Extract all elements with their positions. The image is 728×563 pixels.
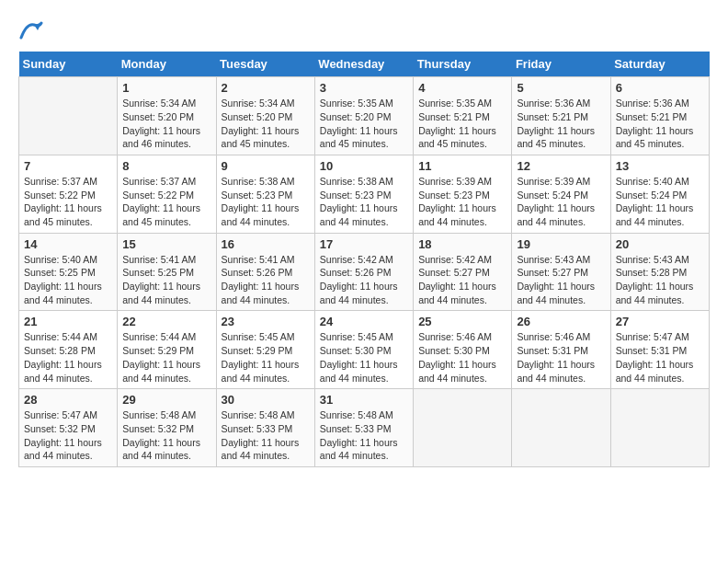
calendar-cell bbox=[19, 77, 118, 155]
weekday-header-cell: Thursday bbox=[414, 52, 512, 77]
weekday-header-cell: Friday bbox=[512, 52, 610, 77]
day-info: Sunrise: 5:48 AM Sunset: 5:32 PM Dayligh… bbox=[122, 408, 210, 463]
day-number: 13 bbox=[616, 159, 704, 173]
calendar-cell: 25Sunrise: 5:46 AM Sunset: 5:30 PM Dayli… bbox=[414, 311, 512, 389]
day-info: Sunrise: 5:37 AM Sunset: 5:22 PM Dayligh… bbox=[24, 175, 112, 229]
day-info: Sunrise: 5:43 AM Sunset: 5:27 PM Dayligh… bbox=[517, 253, 605, 307]
calendar-cell: 21Sunrise: 5:44 AM Sunset: 5:28 PM Dayli… bbox=[19, 311, 118, 389]
calendar-cell: 11Sunrise: 5:39 AM Sunset: 5:23 PM Dayli… bbox=[414, 155, 512, 233]
day-info: Sunrise: 5:34 AM Sunset: 5:20 PM Dayligh… bbox=[222, 97, 310, 151]
day-info: Sunrise: 5:47 AM Sunset: 5:32 PM Dayligh… bbox=[24, 408, 112, 463]
day-info: Sunrise: 5:48 AM Sunset: 5:33 PM Dayligh… bbox=[222, 408, 310, 463]
calendar-cell: 15Sunrise: 5:41 AM Sunset: 5:25 PM Dayli… bbox=[118, 233, 216, 311]
calendar-cell: 7Sunrise: 5:37 AM Sunset: 5:22 PM Daylig… bbox=[19, 155, 118, 233]
day-info: Sunrise: 5:48 AM Sunset: 5:33 PM Dayligh… bbox=[320, 408, 408, 463]
day-number: 21 bbox=[24, 315, 112, 328]
day-number: 30 bbox=[222, 393, 310, 407]
calendar-cell: 9Sunrise: 5:38 AM Sunset: 5:23 PM Daylig… bbox=[216, 155, 314, 233]
logo-icon bbox=[19, 21, 43, 40]
day-number: 2 bbox=[222, 81, 310, 95]
calendar-cell bbox=[512, 389, 610, 467]
day-number: 19 bbox=[517, 237, 605, 251]
day-info: Sunrise: 5:39 AM Sunset: 5:24 PM Dayligh… bbox=[517, 175, 605, 229]
calendar-cell: 14Sunrise: 5:40 AM Sunset: 5:25 PM Dayli… bbox=[19, 233, 118, 311]
day-number: 4 bbox=[418, 81, 506, 95]
day-info: Sunrise: 5:46 AM Sunset: 5:30 PM Dayligh… bbox=[418, 330, 506, 385]
day-number: 16 bbox=[222, 237, 310, 251]
day-info: Sunrise: 5:45 AM Sunset: 5:29 PM Dayligh… bbox=[222, 330, 310, 385]
day-info: Sunrise: 5:44 AM Sunset: 5:29 PM Dayligh… bbox=[122, 330, 210, 385]
calendar-cell: 4Sunrise: 5:35 AM Sunset: 5:21 PM Daylig… bbox=[414, 77, 512, 155]
day-info: Sunrise: 5:38 AM Sunset: 5:23 PM Dayligh… bbox=[222, 175, 310, 229]
calendar-cell: 19Sunrise: 5:43 AM Sunset: 5:27 PM Dayli… bbox=[512, 233, 610, 311]
calendar-cell bbox=[414, 389, 512, 467]
calendar-cell: 13Sunrise: 5:40 AM Sunset: 5:24 PM Dayli… bbox=[610, 155, 709, 233]
logo bbox=[18, 18, 43, 37]
calendar-cell: 17Sunrise: 5:42 AM Sunset: 5:26 PM Dayli… bbox=[314, 233, 413, 311]
day-number: 5 bbox=[517, 81, 605, 95]
day-number: 1 bbox=[122, 81, 210, 95]
weekday-header-cell: Monday bbox=[118, 52, 216, 77]
day-number: 10 bbox=[320, 159, 408, 173]
calendar-cell bbox=[610, 389, 709, 467]
day-number: 14 bbox=[24, 237, 112, 251]
day-number: 26 bbox=[517, 315, 605, 328]
calendar-cell: 27Sunrise: 5:47 AM Sunset: 5:31 PM Dayli… bbox=[610, 311, 709, 389]
calendar-cell: 23Sunrise: 5:45 AM Sunset: 5:29 PM Dayli… bbox=[216, 311, 314, 389]
day-info: Sunrise: 5:44 AM Sunset: 5:28 PM Dayligh… bbox=[24, 330, 112, 385]
day-number: 8 bbox=[122, 159, 210, 173]
calendar-cell: 8Sunrise: 5:37 AM Sunset: 5:22 PM Daylig… bbox=[118, 155, 216, 233]
day-info: Sunrise: 5:35 AM Sunset: 5:20 PM Dayligh… bbox=[320, 97, 408, 151]
day-info: Sunrise: 5:38 AM Sunset: 5:23 PM Dayligh… bbox=[320, 175, 408, 229]
day-number: 6 bbox=[616, 81, 704, 95]
calendar-cell: 12Sunrise: 5:39 AM Sunset: 5:24 PM Dayli… bbox=[512, 155, 610, 233]
day-info: Sunrise: 5:45 AM Sunset: 5:30 PM Dayligh… bbox=[320, 330, 408, 385]
day-info: Sunrise: 5:40 AM Sunset: 5:25 PM Dayligh… bbox=[24, 253, 112, 307]
calendar-body: 1Sunrise: 5:34 AM Sunset: 5:20 PM Daylig… bbox=[19, 77, 710, 467]
calendar-cell: 30Sunrise: 5:48 AM Sunset: 5:33 PM Dayli… bbox=[216, 389, 314, 467]
weekday-header-cell: Saturday bbox=[610, 52, 709, 77]
day-info: Sunrise: 5:37 AM Sunset: 5:22 PM Dayligh… bbox=[122, 175, 210, 229]
calendar-cell: 16Sunrise: 5:41 AM Sunset: 5:26 PM Dayli… bbox=[216, 233, 314, 311]
day-number: 22 bbox=[122, 315, 210, 328]
calendar-cell: 18Sunrise: 5:42 AM Sunset: 5:27 PM Dayli… bbox=[414, 233, 512, 311]
day-info: Sunrise: 5:41 AM Sunset: 5:25 PM Dayligh… bbox=[122, 253, 210, 307]
calendar-cell: 5Sunrise: 5:36 AM Sunset: 5:21 PM Daylig… bbox=[512, 77, 610, 155]
calendar-cell: 29Sunrise: 5:48 AM Sunset: 5:32 PM Dayli… bbox=[118, 389, 216, 467]
day-number: 25 bbox=[418, 315, 506, 328]
day-number: 15 bbox=[122, 237, 210, 251]
day-info: Sunrise: 5:43 AM Sunset: 5:28 PM Dayligh… bbox=[616, 253, 704, 307]
calendar-cell: 24Sunrise: 5:45 AM Sunset: 5:30 PM Dayli… bbox=[314, 311, 413, 389]
day-number: 31 bbox=[320, 393, 408, 407]
day-info: Sunrise: 5:34 AM Sunset: 5:20 PM Dayligh… bbox=[122, 97, 210, 151]
calendar-cell: 1Sunrise: 5:34 AM Sunset: 5:20 PM Daylig… bbox=[118, 77, 216, 155]
day-number: 20 bbox=[616, 237, 704, 251]
day-number: 24 bbox=[320, 315, 408, 328]
day-number: 11 bbox=[418, 159, 506, 173]
calendar-cell: 31Sunrise: 5:48 AM Sunset: 5:33 PM Dayli… bbox=[314, 389, 413, 467]
day-number: 7 bbox=[24, 159, 112, 173]
weekday-header-cell: Sunday bbox=[19, 52, 118, 77]
day-info: Sunrise: 5:42 AM Sunset: 5:26 PM Dayligh… bbox=[320, 253, 408, 307]
calendar-week-row: 1Sunrise: 5:34 AM Sunset: 5:20 PM Daylig… bbox=[19, 77, 710, 155]
calendar-cell: 26Sunrise: 5:46 AM Sunset: 5:31 PM Dayli… bbox=[512, 311, 610, 389]
day-number: 23 bbox=[222, 315, 310, 328]
calendar-cell: 10Sunrise: 5:38 AM Sunset: 5:23 PM Dayli… bbox=[314, 155, 413, 233]
calendar-table: SundayMondayTuesdayWednesdayThursdayFrid… bbox=[18, 52, 710, 467]
calendar-cell: 20Sunrise: 5:43 AM Sunset: 5:28 PM Dayli… bbox=[610, 233, 709, 311]
day-info: Sunrise: 5:39 AM Sunset: 5:23 PM Dayligh… bbox=[418, 175, 506, 229]
weekday-header-cell: Tuesday bbox=[216, 52, 314, 77]
weekday-header-cell: Wednesday bbox=[314, 52, 413, 77]
weekday-header-row: SundayMondayTuesdayWednesdayThursdayFrid… bbox=[19, 52, 710, 77]
page-header bbox=[18, 18, 710, 37]
day-info: Sunrise: 5:35 AM Sunset: 5:21 PM Dayligh… bbox=[418, 97, 506, 151]
day-info: Sunrise: 5:41 AM Sunset: 5:26 PM Dayligh… bbox=[222, 253, 310, 307]
day-info: Sunrise: 5:40 AM Sunset: 5:24 PM Dayligh… bbox=[616, 175, 704, 229]
day-info: Sunrise: 5:42 AM Sunset: 5:27 PM Dayligh… bbox=[418, 253, 506, 307]
day-number: 12 bbox=[517, 159, 605, 173]
day-number: 27 bbox=[616, 315, 704, 328]
calendar-week-row: 7Sunrise: 5:37 AM Sunset: 5:22 PM Daylig… bbox=[19, 155, 710, 233]
calendar-week-row: 14Sunrise: 5:40 AM Sunset: 5:25 PM Dayli… bbox=[19, 233, 710, 311]
day-number: 3 bbox=[320, 81, 408, 95]
calendar-week-row: 21Sunrise: 5:44 AM Sunset: 5:28 PM Dayli… bbox=[19, 311, 710, 389]
